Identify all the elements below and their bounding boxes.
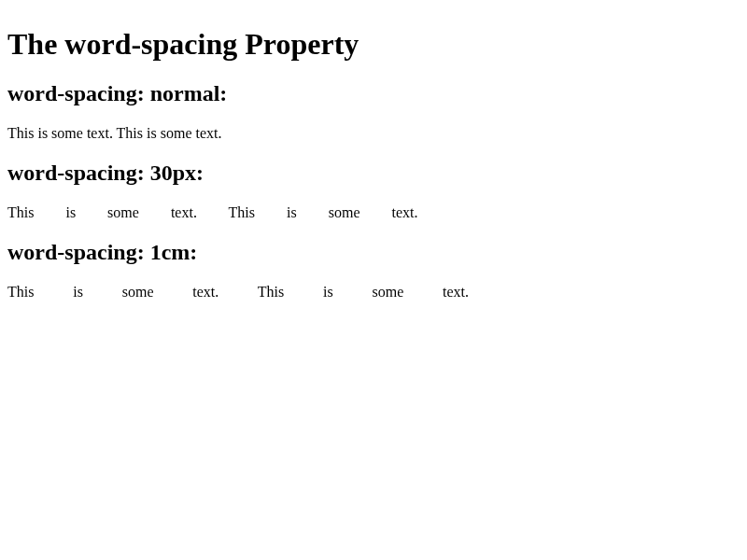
page-title: The word-spacing Property — [7, 27, 740, 62]
example-text-normal: This is some text. This is some text. — [7, 125, 740, 142]
example-text-30px: This is some text. This is some text. — [7, 204, 740, 221]
section-heading-30px: word-spacing: 30px: — [7, 161, 740, 186]
section-heading-1cm: word-spacing: 1cm: — [7, 240, 740, 265]
example-text-1cm: This is some text. This is some text. — [7, 284, 740, 301]
section-heading-normal: word-spacing: normal: — [7, 81, 740, 106]
